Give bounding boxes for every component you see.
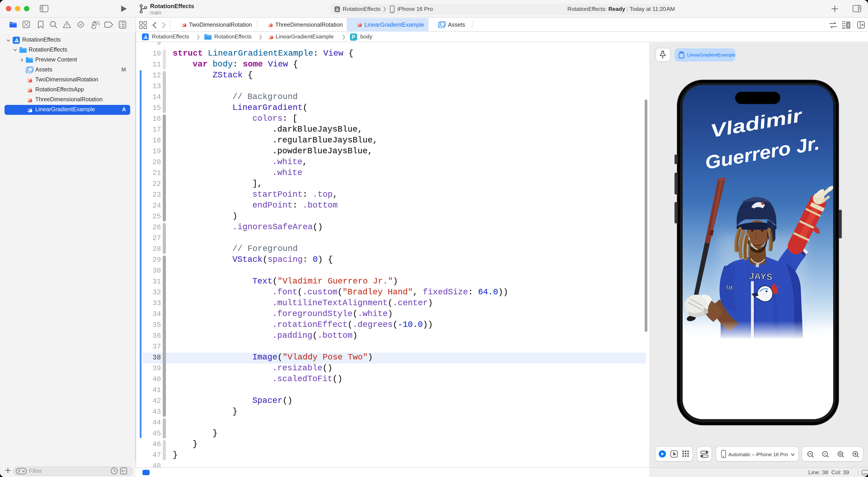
svg-text:JAYS: JAYS (749, 271, 773, 282)
svg-text:1: 1 (824, 452, 826, 455)
